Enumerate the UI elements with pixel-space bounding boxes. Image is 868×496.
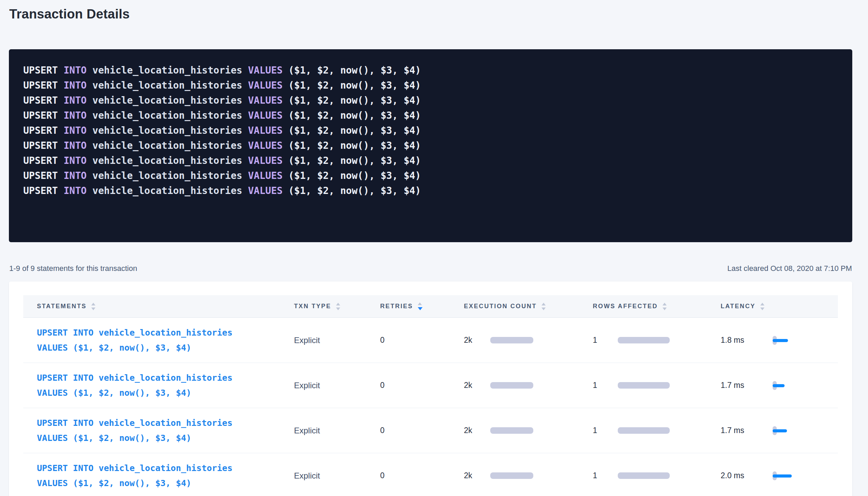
column-header-label: EXECUTION COUNT <box>464 303 537 310</box>
sql-token: VALUES <box>248 110 288 121</box>
column-header-latency[interactable]: LATENCY <box>721 303 838 310</box>
rows-affected-value: 1 <box>593 336 613 345</box>
last-cleared-text: Last cleared Oct 08, 2020 at 7:10 PM <box>727 263 852 274</box>
column-header-retries[interactable]: RETRIES <box>380 302 464 310</box>
txn-type-cell: Explicit <box>294 426 380 435</box>
sort-desc-icon[interactable] <box>336 308 340 310</box>
sql-token: UPSERT <box>23 125 64 136</box>
table-row: UPSERT INTO vehicle_location_historiesVA… <box>23 408 838 453</box>
sort-icons[interactable] <box>663 303 667 310</box>
sql-token: ($1, $2, now(), $3, $4) <box>288 95 421 106</box>
statement-link[interactable]: UPSERT INTO vehicle_location_historiesVA… <box>23 461 294 491</box>
statement-link-line: VALUES ($1, $2, now(), $3, $4) <box>37 386 294 401</box>
sql-token: VALUES <box>248 185 288 196</box>
sql-token: ($1, $2, now(), $3, $4) <box>288 185 421 196</box>
rows-affected-value: 1 <box>593 426 613 435</box>
latency-bar <box>773 339 788 342</box>
column-header-rows-affected[interactable]: ROWS AFFECTED <box>593 303 721 310</box>
sql-token: vehicle_location_histories <box>92 95 248 106</box>
execution-count-bar <box>490 337 533 343</box>
column-header-label: STATEMENTS <box>37 303 86 310</box>
latency-cell: 1.7 ms <box>721 426 838 435</box>
sort-icons[interactable] <box>336 303 340 310</box>
retries-cell: 0 <box>380 336 464 345</box>
rows-affected-bar <box>618 427 670 434</box>
sql-token: VALUES <box>248 155 288 166</box>
sql-token: ($1, $2, now(), $3, $4) <box>288 80 421 91</box>
sql-statement-line: UPSERT INTO vehicle_location_histories V… <box>23 93 838 108</box>
rows-affected-bar <box>618 472 670 479</box>
sql-token: UPSERT <box>23 65 64 76</box>
sql-statement-line: UPSERT INTO vehicle_location_histories V… <box>23 123 838 138</box>
sort-icons[interactable] <box>760 303 764 310</box>
statements-table-header: STATEMENTSTXN TYPERETRIESEXECUTION COUNT… <box>23 295 838 318</box>
statement-link-line: UPSERT INTO vehicle_location_histories <box>37 461 294 476</box>
column-header-label: RETRIES <box>380 303 413 310</box>
execution-count-cell: 2k <box>464 336 593 345</box>
rows-affected-cell: 1 <box>593 381 721 390</box>
sort-desc-icon[interactable] <box>418 307 423 310</box>
sql-token: vehicle_location_histories <box>92 155 248 166</box>
sql-token: UPSERT <box>23 80 64 91</box>
execution-count-cell: 2k <box>464 471 593 480</box>
sql-statement-line: UPSERT INTO vehicle_location_histories V… <box>23 63 838 78</box>
sort-icons[interactable] <box>542 303 546 310</box>
statements-table-card: STATEMENTSTXN TYPERETRIESEXECUTION COUNT… <box>9 282 852 496</box>
sql-token: vehicle_location_histories <box>92 125 248 136</box>
latency-chart <box>773 336 814 345</box>
latency-bar <box>773 384 785 387</box>
retries-cell: 0 <box>380 426 464 435</box>
sort-asc-icon[interactable] <box>760 303 764 305</box>
transaction-sql-box: UPSERT INTO vehicle_location_histories V… <box>9 49 852 242</box>
sort-asc-icon[interactable] <box>663 303 667 305</box>
statement-link[interactable]: UPSERT INTO vehicle_location_historiesVA… <box>23 416 294 446</box>
latency-chart <box>773 471 814 480</box>
sql-token: UPSERT <box>23 140 64 151</box>
column-header-execution-count[interactable]: EXECUTION COUNT <box>464 303 593 310</box>
rows-affected-value: 1 <box>593 471 613 480</box>
execution-count-cell: 2k <box>464 426 593 435</box>
sql-token: VALUES <box>248 140 288 151</box>
sort-icons[interactable] <box>91 303 95 310</box>
rows-affected-cell: 1 <box>593 426 721 435</box>
sql-token: ($1, $2, now(), $3, $4) <box>288 110 421 121</box>
statement-link-line: UPSERT INTO vehicle_location_histories <box>37 416 294 431</box>
rows-affected-value: 1 <box>593 381 613 390</box>
sql-token: VALUES <box>248 65 288 76</box>
sort-asc-icon[interactable] <box>336 303 340 305</box>
retries-cell: 0 <box>380 471 464 480</box>
page-title: Transaction Details <box>9 6 868 22</box>
column-header-statements[interactable]: STATEMENTS <box>23 303 294 310</box>
sql-token: vehicle_location_histories <box>92 65 248 76</box>
sql-token: INTO <box>64 185 92 196</box>
table-status-row: 1-9 of 9 statements for this transaction… <box>9 263 852 274</box>
statement-link[interactable]: UPSERT INTO vehicle_location_historiesVA… <box>23 325 294 355</box>
sort-desc-icon[interactable] <box>760 308 764 310</box>
execution-count-bar <box>490 427 533 434</box>
execution-count-value: 2k <box>464 381 484 390</box>
latency-value: 1.7 ms <box>721 381 758 390</box>
txn-type-cell: Explicit <box>294 471 380 481</box>
column-header-txn-type[interactable]: TXN TYPE <box>294 303 380 310</box>
latency-cell: 2.0 ms <box>721 471 838 480</box>
execution-count-value: 2k <box>464 471 484 480</box>
sql-token: INTO <box>64 140 92 151</box>
statement-link[interactable]: UPSERT INTO vehicle_location_historiesVA… <box>23 370 294 401</box>
sql-token: INTO <box>64 95 92 106</box>
sort-asc-icon[interactable] <box>542 303 546 305</box>
sort-desc-icon[interactable] <box>663 308 667 310</box>
sql-token: vehicle_location_histories <box>92 80 248 91</box>
sql-token: ($1, $2, now(), $3, $4) <box>288 125 421 136</box>
latency-chart <box>773 381 814 390</box>
sql-token: INTO <box>64 110 92 121</box>
sort-desc-icon[interactable] <box>91 308 95 310</box>
sql-token: UPSERT <box>23 110 64 121</box>
sort-desc-icon[interactable] <box>542 308 546 310</box>
execution-count-value: 2k <box>464 426 484 435</box>
sort-asc-icon[interactable] <box>91 303 95 305</box>
sort-asc-icon[interactable] <box>418 302 422 305</box>
statement-link-line: UPSERT INTO vehicle_location_histories <box>37 370 294 386</box>
sql-statement-line: UPSERT INTO vehicle_location_histories V… <box>23 78 838 93</box>
sort-icons[interactable] <box>418 302 423 310</box>
sql-token: vehicle_location_histories <box>92 185 248 196</box>
